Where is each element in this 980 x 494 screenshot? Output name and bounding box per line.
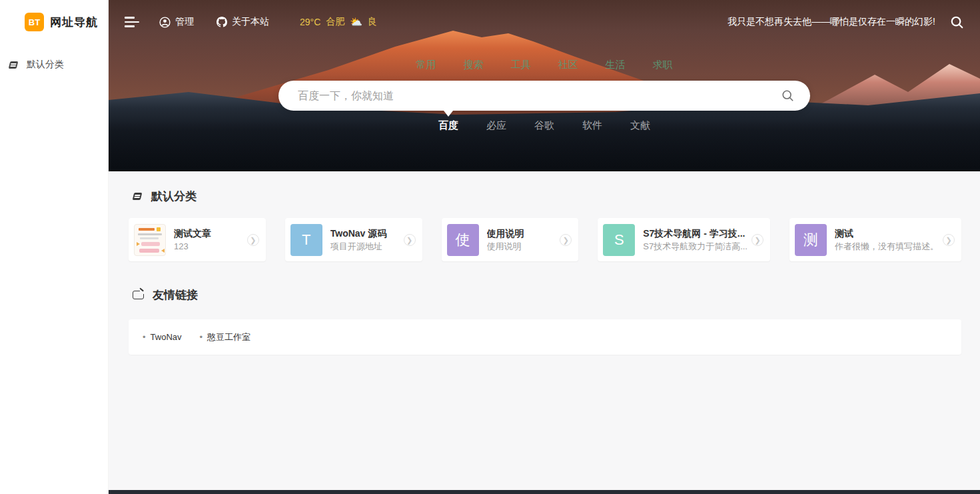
bullet: • [200, 332, 203, 342]
friend-link-twonav[interactable]: • TwoNav [143, 332, 182, 342]
sidebar-item-default-category[interactable]: 默认分类 [9, 59, 108, 71]
engine-tab-google[interactable]: 谷歌 [534, 119, 554, 132]
site-desc: 使用说明 [487, 241, 556, 253]
site-desc: 作者很懒，没有填写描述。 [835, 241, 939, 253]
chevron-right-icon: ❯ [751, 234, 763, 246]
weather-icon: ⛅ [350, 16, 362, 28]
site-title: TwoNav 源码 [330, 227, 400, 240]
weather-city: 合肥 [326, 16, 344, 28]
main-area: 管理 关于本站 29°C 合肥 ⛅ 良 我只是不想再失去他——哪怕是仅存在一瞬的… [109, 0, 980, 494]
logo-badge: BT [25, 13, 44, 31]
manage-link[interactable]: 管理 [159, 16, 194, 28]
weather-widget: 29°C 合肥 ⛅ 良 [300, 16, 377, 28]
weather-air-quality: 良 [368, 16, 377, 28]
site-desc: 123 [174, 241, 243, 253]
sidebar-item-label: 默认分类 [27, 59, 64, 71]
hitokoto-quote: 我只是不想再失去他——哪怕是仅存在一瞬的幻影! [728, 16, 935, 28]
site-card-usage[interactable]: 使 使用说明 使用说明 ❯ [442, 218, 579, 261]
chevron-right-icon: ❯ [943, 234, 955, 246]
site-icon: T [290, 224, 322, 256]
section-default-category-header: 默认分类 [129, 189, 961, 204]
book-icon [9, 61, 19, 69]
site-title: S7技术导航网 - 学习技... [643, 227, 747, 240]
site-title: 使用说明 [487, 227, 556, 240]
bullet: • [143, 332, 146, 342]
hero-banner: 管理 关于本站 29°C 合肥 ⛅ 良 我只是不想再失去他——哪怕是仅存在一瞬的… [109, 0, 980, 171]
sidebar: BT 网址导航 默认分类 [0, 0, 109, 494]
site-card-test-article[interactable]: 测试文章 123 ❯ [129, 218, 266, 261]
user-icon [159, 17, 171, 28]
menu-toggle-icon[interactable] [123, 14, 141, 29]
link-card-icon [133, 291, 144, 299]
search-input[interactable] [298, 90, 781, 102]
engine-tab-bing[interactable]: 必应 [486, 119, 506, 132]
site-icon: 使 [447, 224, 479, 256]
category-tab-sousuo[interactable]: 搜索 [464, 59, 484, 71]
site-title: 测试文章 [174, 227, 243, 240]
category-tab-gongju[interactable]: 工具 [511, 59, 531, 71]
site-card-twonav[interactable]: T TwoNav 源码 项目开源地址 ❯ [285, 218, 422, 261]
chevron-right-icon: ❯ [404, 234, 416, 246]
category-tab-changyong[interactable]: 常用 [416, 59, 436, 71]
header-search-icon[interactable] [950, 15, 964, 29]
active-engine-indicator [444, 111, 453, 117]
friend-link-handou-studio[interactable]: • 憨豆工作室 [200, 331, 251, 343]
category-tab-shenghuo[interactable]: 生活 [606, 59, 626, 71]
category-tabs: 常用 搜索 工具 社区 生活 求职 [109, 59, 980, 71]
topbar: 管理 关于本站 29°C 合肥 ⛅ 良 我只是不想再失去他——哪怕是仅存在一瞬的… [109, 0, 980, 44]
engine-tab-software[interactable]: 软件 [582, 119, 602, 132]
engine-tab-baidu[interactable]: 百度 [438, 119, 458, 132]
site-logo[interactable]: BT 网址导航 [0, 0, 108, 31]
github-icon [217, 17, 227, 27]
site-title: 测试 [835, 227, 939, 240]
section-friend-links-header: 友情链接 [129, 287, 961, 303]
footer-bar [109, 490, 980, 494]
content-area: 默认分类 测试文章 123 ❯ T T [109, 171, 980, 355]
search-engine-tabs: 百度 必应 谷歌 软件 文献 [109, 119, 980, 132]
category-tab-shequ[interactable]: 社区 [558, 59, 578, 71]
site-icon: 测 [795, 224, 827, 256]
book-icon [133, 192, 143, 201]
search-box [278, 81, 810, 111]
site-card-test[interactable]: 测 测试 作者很懒，没有填写描述。 ❯ [789, 218, 961, 261]
article-thumbnail [134, 224, 166, 256]
search-submit-icon[interactable] [781, 89, 794, 102]
about-link[interactable]: 关于本站 [217, 16, 269, 28]
site-icon: S [603, 224, 635, 256]
page: BT 网址导航 默认分类 [0, 0, 980, 494]
logo-title: 网址导航 [50, 15, 98, 30]
site-desc: 项目开源地址 [330, 241, 400, 253]
site-desc: S7技术导航致力于简洁高... [643, 241, 747, 253]
chevron-right-icon: ❯ [247, 234, 259, 246]
site-card-grid: 测试文章 123 ❯ T TwoNav 源码 项目开源地址 ❯ 使 [129, 218, 961, 261]
chevron-right-icon: ❯ [560, 234, 572, 246]
category-tab-qiuzhi[interactable]: 求职 [653, 59, 673, 71]
friend-links-panel: • TwoNav • 憨豆工作室 [129, 319, 961, 355]
section-title: 默认分类 [151, 189, 197, 204]
weather-temperature: 29°C [300, 17, 320, 27]
section-title: 友情链接 [153, 287, 198, 303]
site-card-s7nav[interactable]: S S7技术导航网 - 学习技... S7技术导航致力于简洁高... ❯ [598, 218, 770, 261]
engine-tab-literature[interactable]: 文献 [630, 119, 650, 132]
